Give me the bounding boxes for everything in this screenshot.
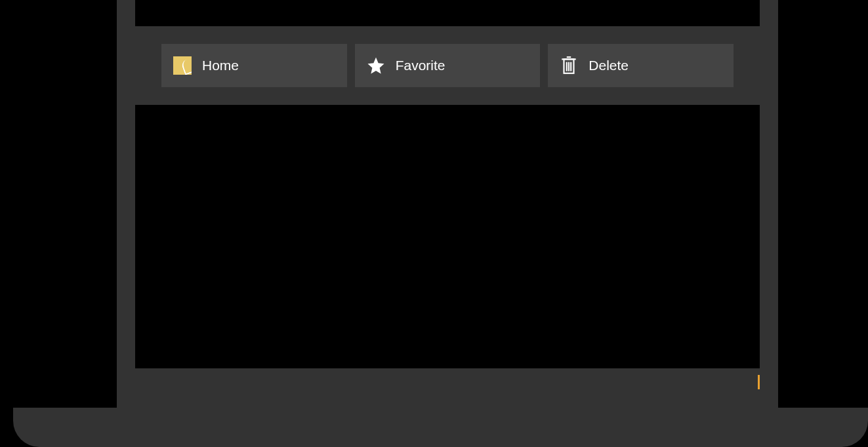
favorite-button-label: Favorite [396, 58, 445, 73]
screen: Home Favorite [135, 0, 760, 389]
delete-button[interactable]: Delete [548, 44, 734, 87]
home-icon [172, 55, 193, 76]
favorite-button[interactable]: Favorite [355, 44, 541, 87]
home-button[interactable]: Home [161, 44, 347, 87]
home-button-label: Home [202, 58, 239, 73]
toolbar: Home Favorite [135, 26, 760, 105]
delete-button-label: Delete [589, 58, 629, 73]
laptop-frame: Home Favorite [117, 0, 778, 408]
content-area [135, 105, 760, 368]
laptop-base [13, 408, 868, 447]
star-icon [365, 55, 386, 76]
accent-indicator [758, 375, 760, 389]
trash-icon [558, 55, 579, 76]
bottom-bar [135, 368, 760, 389]
